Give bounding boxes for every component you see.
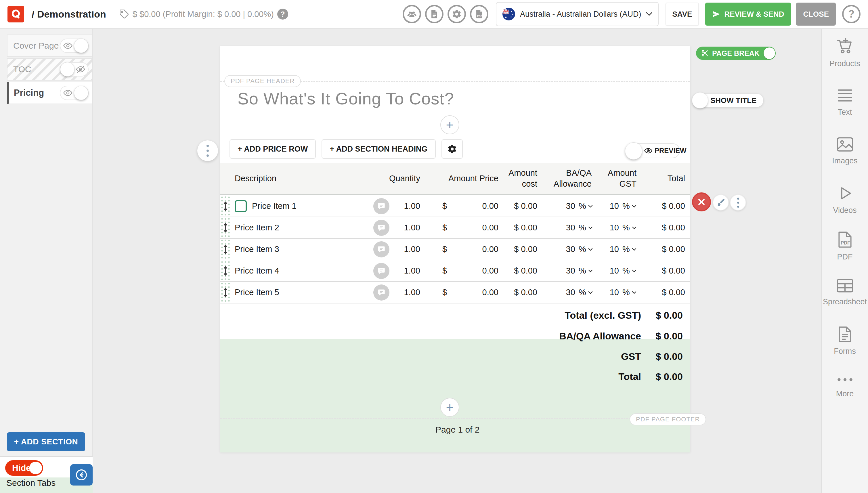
row-baqa-unit-dropdown[interactable]: % (577, 260, 594, 281)
style-row-button[interactable] (713, 194, 729, 211)
row-baqa-unit-dropdown[interactable]: % (577, 239, 594, 260)
pricing-visibility-toggle[interactable] (60, 86, 89, 100)
panel-item-products[interactable]: Products (822, 37, 868, 68)
row-amount-price[interactable]: 0.00 (468, 217, 501, 238)
drag-handle[interactable] (220, 196, 231, 217)
panel-item-text[interactable]: Text (822, 88, 868, 117)
row-gst-value[interactable]: 10 (594, 239, 620, 260)
cover-page-visibility-toggle[interactable] (60, 39, 89, 53)
row-quantity[interactable]: 1.00 (399, 196, 421, 217)
drag-handle[interactable] (220, 282, 231, 303)
delete-row-button[interactable] (692, 192, 711, 211)
row-amount-price[interactable]: 0.00 (468, 260, 501, 281)
australia-flag-icon (502, 7, 515, 21)
row-baqa-unit-dropdown[interactable]: % (577, 282, 594, 303)
row-quantity[interactable]: 1.00 (399, 282, 421, 303)
row-quantity[interactable]: 1.00 (399, 217, 421, 238)
eye-icon (63, 42, 72, 49)
row-description[interactable]: Price Item 3 (235, 244, 279, 254)
row-baqa-unit-dropdown[interactable]: % (577, 217, 594, 238)
add-section-button[interactable]: + ADD SECTION (7, 432, 85, 451)
add-content-button[interactable]: + (440, 398, 459, 417)
row-baqa-value[interactable]: 30 (540, 196, 577, 217)
row-comment-button[interactable] (364, 260, 399, 281)
help-button[interactable]: ? (842, 5, 861, 23)
row-description[interactable]: Price Item 1 (252, 201, 297, 211)
row-amount-price[interactable]: 0.00 (468, 282, 501, 303)
row-description[interactable]: Price Item 2 (235, 223, 279, 232)
review-send-button[interactable]: REVIEW & SEND (705, 3, 791, 26)
row-quantity[interactable]: 1.00 (399, 239, 421, 260)
row-comment-button[interactable] (364, 217, 399, 238)
total-excl-gst-line: Total (excl. GST) $ 0.00 (565, 308, 683, 322)
panel-item-spreadsheet[interactable]: Spreadsheet (822, 278, 868, 306)
pdf-label: PDF (837, 253, 853, 261)
add-content-button[interactable]: + (440, 115, 459, 134)
row-gst-unit-dropdown[interactable]: % (620, 282, 639, 303)
row-gst-value[interactable]: 10 (594, 196, 620, 217)
row-gst-unit-dropdown[interactable]: % (620, 260, 639, 281)
add-section-heading-button[interactable]: + ADD SECTION HEADING (322, 139, 435, 159)
drag-handle[interactable] (220, 239, 231, 260)
pdf-export-button[interactable]: PDF (470, 5, 489, 23)
panel-item-pdf[interactable]: PDF PDF (822, 231, 868, 261)
pricing-table-rows: Price Item 1 1.00 $ 0.00 $ 0.00 30 % 10 … (220, 196, 690, 303)
row-gst-unit-dropdown[interactable]: % (620, 239, 639, 260)
row-gst-value[interactable]: 10 (594, 282, 620, 303)
row-menu-button[interactable] (730, 194, 746, 211)
row-checkbox[interactable] (235, 200, 247, 212)
collapse-sidebar-button[interactable] (70, 464, 93, 486)
row-comment-button[interactable] (364, 239, 399, 260)
sidebar-item-pricing[interactable]: Pricing (7, 82, 92, 104)
collaborators-button[interactable] (403, 5, 421, 23)
table-settings-button[interactable] (441, 139, 463, 159)
row-quantity[interactable]: 1.00 (399, 260, 421, 281)
toc-visibility-toggle[interactable] (60, 62, 89, 77)
breadcrumb[interactable]: / Demonstration (31, 8, 106, 20)
comment-bubble-icon (373, 284, 389, 301)
document-settings-button[interactable] (425, 5, 443, 23)
section-menu-button[interactable] (197, 141, 218, 161)
row-description[interactable]: Price Item 4 (235, 266, 279, 276)
drag-handle[interactable] (220, 217, 231, 238)
preview-toggle[interactable]: PREVIEW (625, 143, 680, 158)
sidebar-item-cover-page[interactable]: Cover Page (7, 35, 92, 57)
app-logo[interactable] (7, 6, 24, 22)
row-comment-button[interactable] (364, 282, 399, 303)
page-break-toggle[interactable]: PAGE BREAK (696, 47, 776, 60)
row-comment-button[interactable] (364, 196, 399, 217)
panel-item-more[interactable]: More (822, 374, 868, 399)
currency-selector[interactable]: Australia - Australian Dollars (AUD) (496, 2, 659, 26)
row-amount-price[interactable]: 0.00 (468, 239, 501, 260)
settings-button[interactable] (448, 5, 466, 23)
svg-text:PDF: PDF (477, 15, 482, 18)
row-gst-unit-dropdown[interactable]: % (620, 217, 639, 238)
panel-item-videos[interactable]: Videos (822, 185, 868, 215)
row-currency-symbol: $ (421, 239, 468, 260)
sidebar-item-toc[interactable]: TOC (7, 58, 92, 81)
panel-item-forms[interactable]: Forms (822, 326, 868, 356)
row-gst-value[interactable]: 10 (594, 217, 620, 238)
profit-help-icon[interactable]: ? (277, 8, 288, 20)
hide-section-tabs-toggle[interactable]: Hide (5, 460, 43, 476)
move-row-icon (222, 223, 229, 233)
row-description[interactable]: Price Item 5 (235, 287, 279, 297)
drag-handle[interactable] (220, 260, 231, 281)
page-title[interactable]: So What's It Going To Cost? (238, 89, 454, 108)
panel-item-images[interactable]: Images (822, 136, 868, 165)
row-baqa-value[interactable]: 30 (540, 239, 577, 260)
row-amount-price[interactable]: 0.00 (468, 196, 501, 217)
row-baqa-unit-dropdown[interactable]: % (577, 196, 594, 217)
show-title-toggle[interactable]: SHOW TITLE (694, 94, 763, 107)
row-baqa-value[interactable]: 30 (540, 282, 577, 303)
close-button[interactable]: CLOSE (796, 3, 836, 26)
save-button[interactable]: SAVE (666, 3, 699, 26)
row-baqa-value[interactable]: 30 (540, 260, 577, 281)
row-baqa-value[interactable]: 30 (540, 217, 577, 238)
add-price-row-button[interactable]: + ADD PRICE ROW (230, 139, 316, 159)
row-gst-value[interactable]: 10 (594, 260, 620, 281)
row-gst-unit-dropdown[interactable]: % (620, 196, 639, 217)
baqa-unit: % (579, 223, 586, 232)
table-row: Price Item 1 1.00 $ 0.00 $ 0.00 30 % 10 … (220, 196, 690, 217)
comment-bubble-icon (373, 198, 389, 214)
